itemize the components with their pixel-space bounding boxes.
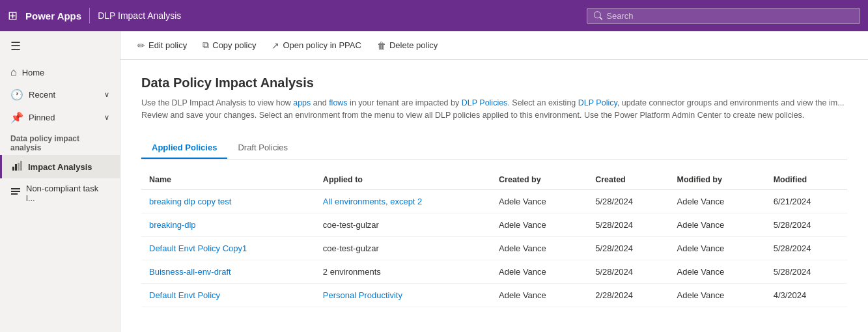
sidebar-item-pinned-label: Pinned xyxy=(29,113,55,122)
policy-name-link[interactable]: Buisness-all-env-draft xyxy=(149,267,231,277)
cell-applied[interactable]: All environments, except 2 xyxy=(315,189,491,213)
sidebar-item-home-label: Home xyxy=(22,68,45,77)
recent-icon: 🕐 xyxy=(10,89,23,101)
sidebar-item-pinned[interactable]: 📌 Pinned ∨ xyxy=(0,106,120,129)
cell-created-by: Adele Vance xyxy=(491,189,587,213)
table-row: Buisness-all-env-draft2 environmentsAdel… xyxy=(141,260,847,283)
sidebar-item-non-compliant-label: Non-compliant task l... xyxy=(26,184,109,203)
table-row: breaking dlp copy testAll environments, … xyxy=(141,189,847,213)
applied-to-link[interactable]: Personal Productivity xyxy=(323,290,402,300)
nav-divider xyxy=(89,8,90,23)
flows-link[interactable]: flows xyxy=(329,98,347,107)
top-nav: ⊞ Power Apps DLP Impact Analysis xyxy=(0,0,868,31)
recent-chevron-icon: ∨ xyxy=(104,90,109,99)
cell-applied: coe-test-gulzar xyxy=(315,213,491,236)
table-row: Default Envt PolicyPersonal Productivity… xyxy=(141,283,847,307)
pinned-icon: 📌 xyxy=(10,111,23,124)
search-icon xyxy=(594,11,602,20)
cell-modified: 5/28/2024 xyxy=(766,260,847,283)
policy-name-link[interactable]: Default Envt Policy Copy1 xyxy=(149,243,247,253)
applied-to-link[interactable]: All environments, except 2 xyxy=(323,197,422,206)
brand: Power Apps xyxy=(25,10,81,21)
cell-modified-by: Adele Vance xyxy=(669,236,766,260)
copy-icon: ⧉ xyxy=(203,40,209,51)
nav-title: DLP Impact Analysis xyxy=(98,10,181,21)
cell-name[interactable]: Buisness-all-env-draft xyxy=(141,260,315,283)
cell-created-by: Adele Vance xyxy=(491,283,587,307)
cell-modified: 5/28/2024 xyxy=(766,236,847,260)
sidebar-item-non-compliant[interactable]: Non-compliant task l... xyxy=(0,178,120,208)
cell-applied: 2 environments xyxy=(315,260,491,283)
tab-draft-policies[interactable]: Draft Policies xyxy=(227,137,298,159)
page-title: Data Policy Impact Analysis xyxy=(141,76,847,90)
cell-created: 5/28/2024 xyxy=(587,189,669,213)
edit-icon: ✏ xyxy=(137,40,145,51)
sidebar-section-label: Data policy impact analysis xyxy=(0,129,120,155)
sidebar-item-recent[interactable]: 🕐 Recent ∨ xyxy=(0,83,120,106)
svg-rect-3 xyxy=(20,161,22,171)
col-header-name: Name xyxy=(141,170,315,190)
table-row: breaking-dlpcoe-test-gulzarAdele Vance5/… xyxy=(141,213,847,236)
non-compliant-icon xyxy=(10,187,21,200)
dlp-policy-link[interactable]: DLP Policy xyxy=(578,98,617,107)
hamburger-button[interactable]: ☰ xyxy=(0,31,120,61)
svg-rect-6 xyxy=(11,193,18,195)
page-description: Use the DLP Impact Analysis to view how … xyxy=(141,97,847,122)
cell-created: 5/28/2024 xyxy=(587,213,669,236)
cell-name[interactable]: Default Envt Policy Copy1 xyxy=(141,236,315,260)
home-icon: ⌂ xyxy=(10,66,17,78)
copy-policy-label: Copy policy xyxy=(212,40,256,50)
svg-rect-1 xyxy=(15,164,17,171)
table-header-row: Name Applied to Created by Created Modif… xyxy=(141,170,847,190)
cell-name[interactable]: breaking-dlp xyxy=(141,213,315,236)
cell-modified: 4/3/2024 xyxy=(766,283,847,307)
cell-created: 5/28/2024 xyxy=(587,236,669,260)
policy-toolbar: ✏ Edit policy ⧉ Copy policy ↗ Open polic… xyxy=(120,31,868,60)
sidebar-item-home[interactable]: ⌂ Home xyxy=(0,61,120,83)
copy-policy-button[interactable]: ⧉ Copy policy xyxy=(196,36,262,54)
app-layout: ☰ ⌂ Home 🕐 Recent ∨ 📌 Pinned ∨ Data poli… xyxy=(0,31,868,332)
dlp-link[interactable]: DLP Policies xyxy=(462,98,508,107)
policy-name-link[interactable]: breaking-dlp xyxy=(149,220,196,230)
svg-rect-2 xyxy=(18,163,20,171)
policies-table: Name Applied to Created by Created Modif… xyxy=(141,170,847,307)
sidebar-nav: ⌂ Home 🕐 Recent ∨ 📌 Pinned ∨ Data policy… xyxy=(0,61,120,208)
col-header-created-by: Created by xyxy=(491,170,587,190)
sidebar-item-impact-label: Impact Analysis xyxy=(28,162,92,172)
sidebar: ☰ ⌂ Home 🕐 Recent ∨ 📌 Pinned ∨ Data poli… xyxy=(0,31,120,332)
col-header-applied: Applied to xyxy=(315,170,491,190)
policy-tabs: Applied Policies Draft Policies xyxy=(141,137,847,159)
cell-applied[interactable]: Personal Productivity xyxy=(315,283,491,307)
brand-label: Power Apps xyxy=(25,10,81,21)
grid-icon[interactable]: ⊞ xyxy=(8,8,18,23)
cell-modified-by: Adele Vance xyxy=(669,260,766,283)
edit-policy-button[interactable]: ✏ Edit policy xyxy=(131,37,193,54)
cell-applied: coe-test-gulzar xyxy=(315,236,491,260)
cell-created-by: Adele Vance xyxy=(491,260,587,283)
col-header-created: Created xyxy=(587,170,669,190)
cell-created-by: Adele Vance xyxy=(491,213,587,236)
cell-created-by: Adele Vance xyxy=(491,236,587,260)
sidebar-item-recent-label: Recent xyxy=(29,90,55,100)
tab-applied-policies[interactable]: Applied Policies xyxy=(141,137,227,159)
cell-name[interactable]: breaking dlp copy test xyxy=(141,189,315,213)
policy-name-link[interactable]: Default Envt Policy xyxy=(149,290,220,300)
cell-name[interactable]: Default Envt Policy xyxy=(141,283,315,307)
policy-name-link[interactable]: breaking dlp copy test xyxy=(149,197,231,206)
search-box[interactable] xyxy=(587,8,860,24)
apps-link[interactable]: apps xyxy=(293,98,311,107)
delete-policy-label: Delete policy xyxy=(389,40,438,50)
cell-modified-by: Adele Vance xyxy=(669,283,766,307)
search-input[interactable] xyxy=(606,11,853,21)
svg-rect-0 xyxy=(12,167,14,171)
open-icon: ↗ xyxy=(272,40,279,51)
svg-rect-5 xyxy=(11,191,20,192)
cell-created: 5/28/2024 xyxy=(587,260,669,283)
main-content: ✏ Edit policy ⧉ Copy policy ↗ Open polic… xyxy=(120,31,868,332)
sidebar-item-impact-analysis[interactable]: Impact Analysis xyxy=(0,155,120,178)
impact-analysis-icon xyxy=(12,160,23,173)
delete-policy-button[interactable]: 🗑 Delete policy xyxy=(371,37,444,54)
col-header-modified: Modified xyxy=(766,170,847,190)
open-ppac-label: Open policy in PPAC xyxy=(283,40,361,50)
open-ppac-button[interactable]: ↗ Open policy in PPAC xyxy=(265,37,367,54)
